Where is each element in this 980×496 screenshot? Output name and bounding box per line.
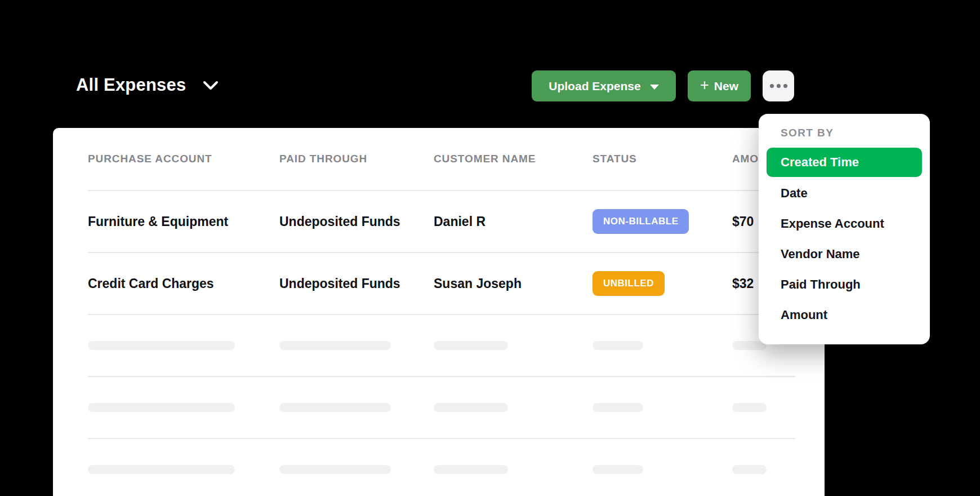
ellipsis-icon <box>770 84 787 88</box>
new-button[interactable]: + New <box>688 70 751 101</box>
skeleton-bar <box>732 465 767 474</box>
skeleton-bar <box>434 403 508 412</box>
status-cell: NON-BILLABLE <box>593 209 732 234</box>
page-title: All Expenses <box>76 75 186 95</box>
skeleton-row <box>88 315 795 377</box>
table-row[interactable]: Furniture & Equipment Undeposited Funds … <box>88 191 795 253</box>
column-header-purchase-account: PURCHASE ACCOUNT <box>88 153 279 165</box>
column-header-customer-name: CUSTOMER NAME <box>434 153 593 165</box>
paid-through-cell: Undeposited Funds <box>279 214 434 229</box>
customer-name-cell: Daniel R <box>434 214 593 229</box>
paid-through-cell: Undeposited Funds <box>279 276 434 291</box>
skeleton-bar <box>732 403 767 412</box>
sort-menu: SORT BY Created Time Date Expense Accoun… <box>759 114 930 344</box>
status-badge: NON-BILLABLE <box>593 209 689 234</box>
caret-down-icon <box>650 85 659 90</box>
expenses-view-selector[interactable]: All Expenses <box>76 69 219 101</box>
sort-option-created-time[interactable]: Created Time <box>767 148 922 177</box>
sort-option-amount[interactable]: Amount <box>767 300 922 330</box>
sort-option-paid-through[interactable]: Paid Through <box>767 269 922 300</box>
upload-expense-label: Upload Expense <box>549 79 640 93</box>
new-button-label: New <box>714 79 738 93</box>
expenses-table: PURCHASE ACCOUNT PAID THROUGH CUSTOMER N… <box>88 128 795 496</box>
skeleton-bar <box>434 465 508 474</box>
skeleton-bar <box>88 465 235 474</box>
skeleton-row <box>88 377 795 439</box>
skeleton-row <box>88 439 795 496</box>
customer-name-cell: Susan Joseph <box>434 276 593 291</box>
chevron-down-icon <box>203 81 219 90</box>
more-actions-button[interactable] <box>763 70 794 101</box>
sort-menu-title: SORT BY <box>781 127 922 139</box>
status-cell: UNBILLED <box>593 271 732 296</box>
column-header-paid-through: PAID THROUGH <box>279 153 434 165</box>
skeleton-bar <box>434 341 508 350</box>
status-badge: UNBILLED <box>593 271 665 296</box>
purchase-account-cell: Credit Card Charges <box>88 276 279 291</box>
skeleton-bar <box>279 341 391 350</box>
plus-icon: + <box>700 78 709 93</box>
skeleton-bar <box>732 341 767 350</box>
skeleton-bar <box>593 403 643 412</box>
sort-option-expense-account[interactable]: Expense Account <box>767 209 922 239</box>
upload-expense-button[interactable]: Upload Expense <box>532 70 676 101</box>
purchase-account-cell: Furniture & Equipment <box>88 214 279 229</box>
skeleton-bar <box>88 341 235 350</box>
sort-option-date[interactable]: Date <box>767 178 922 209</box>
skeleton-bar <box>88 403 235 412</box>
column-header-status: STATUS <box>593 153 732 165</box>
table-row[interactable]: Credit Card Charges Undeposited Funds Su… <box>88 253 795 315</box>
skeleton-bar <box>593 465 643 474</box>
skeleton-bar <box>279 403 391 412</box>
sort-option-vendor-name[interactable]: Vendor Name <box>767 239 922 269</box>
skeleton-bar <box>593 341 643 350</box>
sort-menu-list: Created Time Date Expense Account Vendor… <box>767 148 922 330</box>
skeleton-bar <box>279 465 391 474</box>
table-header-row: PURCHASE ACCOUNT PAID THROUGH CUSTOMER N… <box>88 128 795 191</box>
expenses-table-card: PURCHASE ACCOUNT PAID THROUGH CUSTOMER N… <box>53 128 825 496</box>
